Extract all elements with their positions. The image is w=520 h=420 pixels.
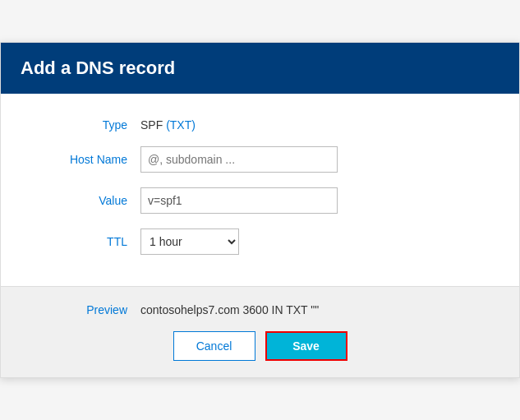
- type-row: Type SPF (TXT): [50, 118, 470, 132]
- preview-row: Preview contosohelps7.com 3600 IN TXT "": [50, 303, 470, 316]
- type-value: SPF (TXT): [140, 118, 196, 132]
- value-input[interactable]: [140, 187, 338, 214]
- ttl-label: TTL: [50, 235, 140, 248]
- hostname-label: Host Name: [50, 153, 140, 166]
- preview-label: Preview: [50, 303, 140, 316]
- dialog-footer: Preview contosohelps7.com 3600 IN TXT ""…: [1, 286, 519, 377]
- add-dns-record-dialog: Add a DNS record Type SPF (TXT) Host Nam…: [0, 42, 520, 378]
- type-paren: (TXT): [166, 118, 196, 132]
- ttl-select[interactable]: 1 hour 30 minutes 2 hours 4 hours 8 hour…: [140, 228, 239, 255]
- cancel-button[interactable]: Cancel: [173, 331, 255, 361]
- dialog-header: Add a DNS record: [1, 43, 519, 94]
- save-button[interactable]: Save: [265, 331, 347, 361]
- type-name: SPF: [140, 118, 163, 132]
- hostname-input[interactable]: [140, 146, 338, 173]
- type-label: Type: [50, 118, 140, 132]
- dialog-body: Type SPF (TXT) Host Name Value TTL 1 hou…: [1, 94, 519, 286]
- dialog-title: Add a DNS record: [21, 58, 499, 79]
- button-row: Cancel Save: [50, 331, 470, 361]
- value-row: Value: [50, 187, 470, 214]
- hostname-row: Host Name: [50, 146, 470, 173]
- ttl-row: TTL 1 hour 30 minutes 2 hours 4 hours 8 …: [50, 228, 470, 255]
- value-label: Value: [50, 194, 140, 207]
- preview-value: contosohelps7.com 3600 IN TXT "": [140, 303, 319, 316]
